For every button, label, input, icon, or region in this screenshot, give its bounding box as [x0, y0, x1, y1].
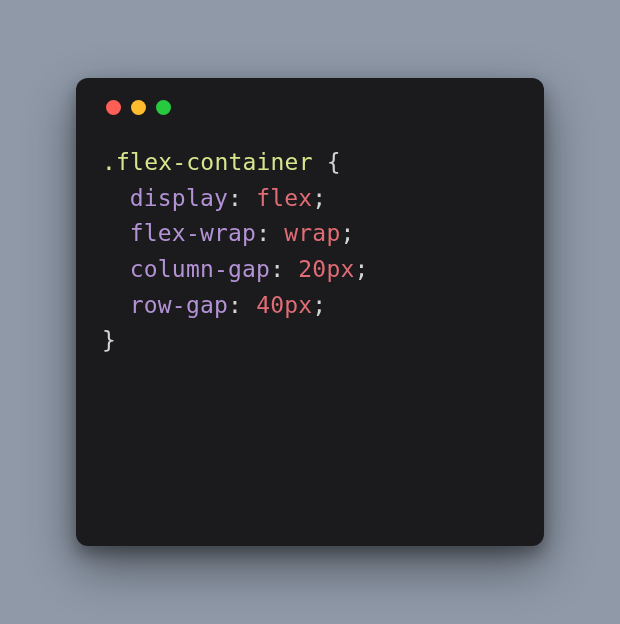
minimize-icon[interactable]: [131, 100, 146, 115]
css-value: 40px: [256, 292, 312, 318]
close-brace: }: [102, 327, 116, 353]
colon: :: [228, 185, 242, 211]
css-property: row-gap: [130, 292, 228, 318]
code-window: .flex-container { display: flex; flex-wr…: [76, 78, 544, 546]
css-value: flex: [256, 185, 312, 211]
semicolon: ;: [312, 185, 326, 211]
semicolon: ;: [355, 256, 369, 282]
semicolon: ;: [340, 220, 354, 246]
maximize-icon[interactable]: [156, 100, 171, 115]
code-block: .flex-container { display: flex; flex-wr…: [102, 145, 518, 359]
css-selector: .flex-container: [102, 149, 313, 175]
traffic-lights: [106, 100, 518, 115]
semicolon: ;: [312, 292, 326, 318]
css-property: display: [130, 185, 228, 211]
colon: :: [228, 292, 242, 318]
css-value: 20px: [298, 256, 354, 282]
open-brace: {: [327, 149, 341, 175]
colon: :: [270, 256, 284, 282]
css-property: column-gap: [130, 256, 270, 282]
css-value: wrap: [284, 220, 340, 246]
close-icon[interactable]: [106, 100, 121, 115]
css-property: flex-wrap: [130, 220, 256, 246]
colon: :: [256, 220, 270, 246]
